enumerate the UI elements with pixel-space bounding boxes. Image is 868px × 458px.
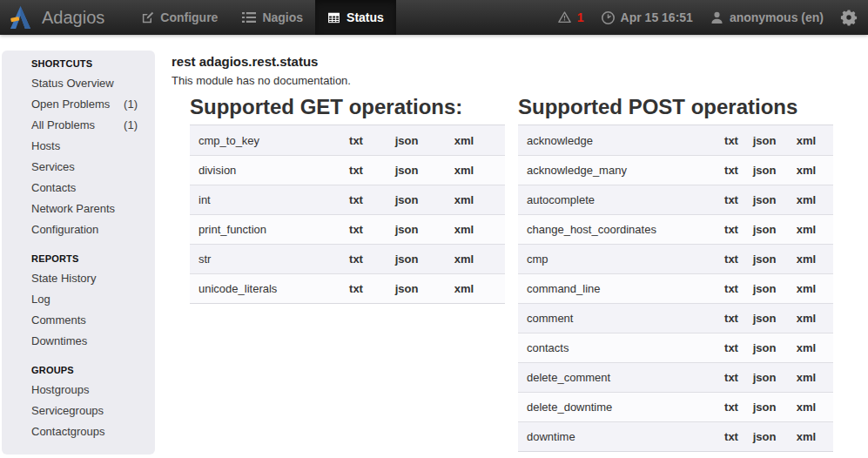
sidebar-item-comments[interactable]: Comments (31, 310, 138, 331)
op-link-txt[interactable]: txt (715, 401, 748, 414)
clock-indicator[interactable]: Apr 15 16:51 (601, 10, 693, 25)
nav-item-nagios[interactable]: Nagios (230, 0, 315, 35)
sidebar-item-open-problems[interactable]: Open Problems(1) (31, 94, 138, 115)
op-link-json[interactable]: json (748, 401, 781, 414)
sidebar-item-contactgroups[interactable]: Contactgroups (31, 421, 138, 442)
sidebar-item-servicegroups[interactable]: Servicegroups (31, 401, 138, 421)
brand-title[interactable]: Adagios (42, 8, 104, 28)
op-link-json[interactable]: json (381, 253, 432, 266)
op-link-xml[interactable]: xml (432, 223, 496, 236)
op-link-xml[interactable]: xml (781, 401, 831, 414)
sidebar-item-label: Comments (31, 310, 86, 331)
sidebar-item-label: Servicegroups (31, 401, 104, 421)
op-link-xml[interactable]: xml (432, 164, 496, 177)
op-link-json[interactable]: json (748, 253, 781, 266)
sidebar-item-hostgroups[interactable]: Hostgroups (31, 380, 138, 401)
op-link-txt[interactable]: txt (331, 193, 381, 206)
nav-item-status[interactable]: Status (315, 0, 396, 35)
sidebar-item-network-parents[interactable]: Network Parents (31, 199, 138, 219)
op-link-txt[interactable]: txt (331, 253, 381, 266)
brand[interactable]: Adagios (0, 0, 113, 35)
op-link-json[interactable]: json (381, 134, 432, 147)
operation-row-int: inttxtjsonxml (190, 185, 505, 214)
op-link-xml[interactable]: xml (781, 430, 831, 443)
op-link-json[interactable]: json (748, 371, 781, 384)
sidebar-item-count: (1) (124, 115, 138, 136)
sidebar-item-services[interactable]: Services (31, 157, 138, 178)
sidebar-item-configuration[interactable]: Configuration (31, 219, 138, 240)
op-link-json[interactable]: json (748, 282, 781, 295)
sidebar-item-state-history[interactable]: State History (31, 268, 138, 289)
alerts-indicator[interactable]: 1 (557, 10, 584, 24)
op-link-txt[interactable]: txt (715, 193, 748, 206)
op-link-json[interactable]: json (748, 193, 781, 206)
sidebar-item-status-overview[interactable]: Status Overview (31, 73, 138, 94)
navbar-right: 1 Apr 15 16:51 anonymous (en) (541, 0, 868, 35)
op-link-xml[interactable]: xml (432, 253, 496, 266)
op-link-json[interactable]: json (748, 164, 781, 177)
op-link-json[interactable]: json (748, 223, 781, 236)
op-link-xml[interactable]: xml (432, 134, 496, 147)
operation-row-command-line: command_linetxtjsonxml (518, 273, 833, 303)
op-link-json[interactable]: json (748, 341, 781, 354)
nav-item-configure[interactable]: Configure (129, 0, 230, 35)
op-link-txt[interactable]: txt (715, 282, 748, 295)
op-link-txt[interactable]: txt (715, 223, 748, 236)
op-link-xml[interactable]: xml (781, 312, 831, 325)
op-link-txt[interactable]: txt (331, 282, 381, 295)
op-link-txt[interactable]: txt (715, 341, 748, 354)
op-link-xml[interactable]: xml (781, 371, 831, 384)
sidebar-item-contacts[interactable]: Contacts (31, 178, 138, 199)
op-link-xml[interactable]: xml (432, 193, 496, 206)
sidebar-item-all-problems[interactable]: All Problems(1) (31, 115, 138, 136)
sidebar-item-downtimes[interactable]: Downtimes (31, 331, 138, 352)
operation-row-str: strtxtjsonxml (190, 244, 505, 273)
op-link-txt[interactable]: txt (331, 164, 381, 177)
op-link-xml[interactable]: xml (781, 134, 831, 147)
operation-name: delete_comment (518, 371, 715, 384)
op-link-xml[interactable]: xml (781, 164, 831, 177)
main-menu: ConfigureNagiosStatus (129, 0, 396, 35)
sidebar-item-label: State History (31, 268, 96, 289)
op-link-xml[interactable]: xml (781, 341, 831, 354)
op-link-txt[interactable]: txt (715, 164, 748, 177)
op-link-txt[interactable]: txt (331, 223, 381, 236)
op-link-txt[interactable]: txt (715, 134, 748, 147)
op-link-txt[interactable]: txt (331, 134, 381, 147)
operation-name: command_line (518, 282, 715, 295)
operations-heading-get: Supported GET operations: (190, 94, 505, 119)
op-link-txt[interactable]: txt (715, 312, 748, 325)
alert-count: 1 (577, 10, 584, 24)
op-link-json[interactable]: json (748, 134, 781, 147)
op-link-json[interactable]: json (381, 193, 432, 206)
op-link-txt[interactable]: txt (715, 371, 748, 384)
sidebar-item-label: Contactgroups (31, 421, 105, 442)
main-content: rest adagios.rest.status This module has… (155, 35, 868, 458)
user-menu[interactable]: anonymous (en) (710, 10, 824, 25)
sidebar-section-title-groups: GROUPS (31, 360, 138, 380)
operation-row-division: divisiontxtjsonxml (190, 155, 505, 185)
op-link-json[interactable]: json (748, 312, 781, 325)
op-link-json[interactable]: json (381, 223, 432, 236)
op-link-json[interactable]: json (381, 282, 432, 295)
op-link-json[interactable]: json (748, 430, 781, 443)
op-link-txt[interactable]: txt (715, 253, 748, 266)
op-link-xml[interactable]: xml (781, 282, 831, 295)
settings-button[interactable] (840, 9, 858, 26)
operation-row-delete-downtime: delete_downtimetxtjsonxml (518, 392, 833, 421)
op-link-xml[interactable]: xml (781, 193, 831, 206)
operation-name: comment (518, 312, 715, 325)
op-link-xml[interactable]: xml (781, 253, 831, 266)
op-link-txt[interactable]: txt (715, 430, 748, 443)
op-link-xml[interactable]: xml (781, 223, 831, 236)
sidebar-item-label: Network Parents (31, 199, 115, 219)
operations-column-post: Supported POST operationsacknowledgetxtj… (518, 94, 833, 452)
op-link-xml[interactable]: xml (432, 282, 496, 295)
sidebar-item-log[interactable]: Log (31, 289, 138, 310)
username-label: anonymous (en) (730, 10, 824, 24)
operations-heading-post: Supported POST operations (518, 94, 833, 119)
op-link-json[interactable]: json (381, 164, 432, 177)
sidebar-section-title-shortcuts: SHORTCUTS (31, 54, 138, 73)
sidebar-section-title-reports: REPORTS (31, 249, 138, 268)
sidebar-item-hosts[interactable]: Hosts (31, 136, 138, 157)
